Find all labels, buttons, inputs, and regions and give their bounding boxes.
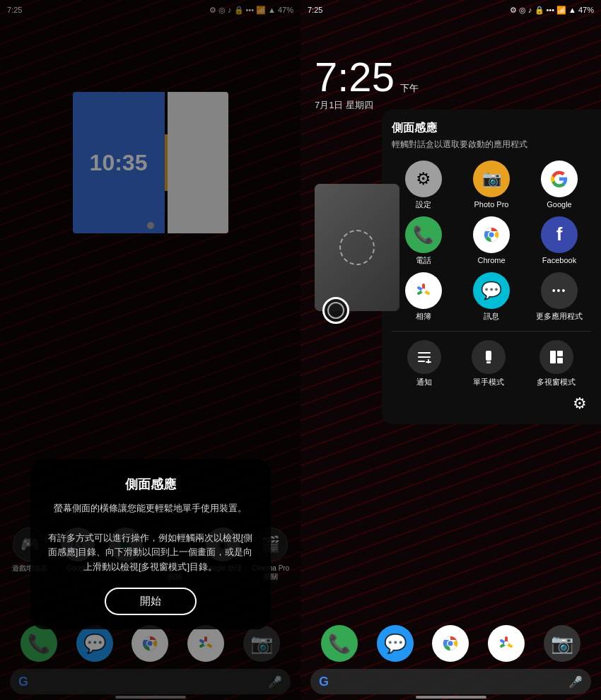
photopro-app-label: Photo Pro <box>474 200 509 209</box>
notification-label: 通知 <box>416 377 432 387</box>
panel-app-facebook[interactable]: f Facebook <box>527 216 591 265</box>
r-lock-icon: 🔒 <box>535 6 544 15</box>
camera-inner-ring <box>327 302 344 319</box>
side-panel-right: 側面感應 輕觸對話盒以選取要啟動的應用程式 ⚙ 設定 📷 Photo Pro <box>382 110 601 424</box>
right-clock-ampm: 下午 <box>400 83 419 93</box>
r-google-g-icon: G <box>319 675 329 689</box>
panel-app-google[interactable]: Google <box>527 161 591 209</box>
svg-rect-8 <box>418 352 431 354</box>
left-screen: 7:25 ⚙ ◎ ♪ 🔒 ••• 📶 ▲ 47% 10:35 🎮 遊戲增強器 <box>0 0 300 700</box>
notification-icon[interactable] <box>407 340 441 374</box>
panel-settings-row: ⚙ <box>392 395 591 413</box>
r-dock-phone[interactable]: 📞 <box>321 625 358 662</box>
tool-multiwindow[interactable]: 多視窗模式 <box>537 340 576 387</box>
panel-app-more[interactable]: ••• 更多應用程式 <box>527 272 591 321</box>
facebook-app-icon[interactable]: f <box>541 216 578 253</box>
settings-app-label: 設定 <box>416 200 431 209</box>
multiwindow-tool-label: 多視窗模式 <box>537 377 576 387</box>
r-signal-icon: ▲ <box>568 6 576 14</box>
photopro-app-icon[interactable]: 📷 <box>473 161 510 197</box>
panel-apps-grid: ⚙ 設定 📷 Photo Pro Google <box>392 161 591 322</box>
camera-preview <box>315 184 399 311</box>
panel-app-chrome[interactable]: Chrome <box>460 216 523 265</box>
svg-point-6 <box>489 232 494 237</box>
svg-point-7 <box>421 288 426 293</box>
r-location-icon: ◎ <box>519 6 526 15</box>
panel-settings-icon[interactable]: ⚙ <box>573 395 587 413</box>
svg-rect-12 <box>426 361 431 363</box>
right-screen: 7:25 ⚙ ◎ ♪ 🔒 ••• 📶 ▲ 47% 7:25 下午 7月1日 星期… <box>300 0 601 700</box>
onehand-label: 單手模式 <box>473 377 504 387</box>
panel-app-photopro[interactable]: 📷 Photo Pro <box>460 161 523 209</box>
multiwindow-tool-icon[interactable] <box>539 340 573 374</box>
more-apps-label: 更多應用程式 <box>536 312 583 321</box>
tool-notification[interactable]: 通知 <box>407 340 441 387</box>
svg-rect-14 <box>486 361 491 363</box>
svg-rect-15 <box>550 351 556 363</box>
r-music-icon: ♪ <box>528 6 532 14</box>
photos-app-icon[interactable] <box>405 272 442 309</box>
r-dock-photos[interactable] <box>488 625 525 662</box>
right-search-bar[interactable]: G 🎤 <box>310 669 591 694</box>
panel-app-phone[interactable]: 📞 電話 <box>392 216 455 265</box>
chrome-app-label: Chrome <box>477 256 505 265</box>
svg-rect-16 <box>557 351 563 356</box>
svg-point-21 <box>504 641 508 646</box>
svg-rect-17 <box>557 358 563 363</box>
messages-app-icon[interactable]: 💬 <box>473 272 510 309</box>
r-dots-icon: ••• <box>547 6 555 14</box>
panel-app-messages[interactable]: 💬 訊息 <box>460 272 523 321</box>
right-panel-title: 側面感應 <box>392 121 591 136</box>
panel-title-left: 側面感應 <box>45 476 257 493</box>
phone-app-icon[interactable]: 📞 <box>405 216 442 253</box>
right-time-display: 7:25 下午 7月1日 星期四 <box>315 57 419 112</box>
right-home-bar <box>416 696 486 699</box>
camera-circle <box>339 230 375 265</box>
r-wifi-icon: 📶 <box>556 6 566 15</box>
messages-app-label: 訊息 <box>484 312 499 321</box>
r-dock-chrome[interactable] <box>432 625 469 662</box>
svg-rect-13 <box>486 351 491 361</box>
right-time: 7:25 <box>308 6 322 14</box>
google-app-label: Google <box>547 200 571 209</box>
right-clock-time: 7:25 <box>315 54 395 100</box>
svg-rect-9 <box>418 356 431 358</box>
side-panel-left: 側面感應 螢幕側面的橫條讓您能更輕鬆地單手使用裝置。 有許多方式可以進行操作，例… <box>30 459 271 629</box>
facebook-app-label: Facebook <box>542 256 576 265</box>
settings-app-icon[interactable]: ⚙ <box>405 161 442 197</box>
panel-app-settings[interactable]: ⚙ 設定 <box>392 161 455 209</box>
r-dock-message[interactable]: 💬 <box>377 625 414 662</box>
more-apps-icon[interactable]: ••• <box>541 272 578 309</box>
google-app-icon[interactable] <box>541 161 578 197</box>
photos-app-label: 相簿 <box>416 312 431 321</box>
right-dock: 📞 💬 📷 <box>300 621 601 666</box>
right-status-left: 7:25 <box>308 6 322 14</box>
start-button[interactable]: 開始 <box>105 588 197 615</box>
right-status-right: ⚙ ◎ ♪ 🔒 ••• 📶 ▲ 47% <box>510 6 594 15</box>
chrome-app-icon[interactable] <box>473 216 510 253</box>
svg-rect-10 <box>418 361 425 362</box>
r-mic-icon[interactable]: 🎤 <box>568 675 583 689</box>
r-settings-icon: ⚙ <box>510 6 517 15</box>
svg-point-20 <box>448 641 453 646</box>
panel-app-photos[interactable]: 相簿 <box>392 272 455 321</box>
r-dock-camera[interactable]: 📷 <box>544 625 580 662</box>
right-panel-subtitle: 輕觸對話盒以選取要啟動的應用程式 <box>392 139 591 151</box>
tool-onehand[interactable]: 單手模式 <box>472 340 506 387</box>
phone-app-label: 電話 <box>416 256 431 265</box>
onehand-icon[interactable] <box>472 340 506 374</box>
camera-shutter-button[interactable] <box>322 297 349 324</box>
right-status-bar: 7:25 ⚙ ◎ ♪ 🔒 ••• 📶 ▲ 47% <box>300 0 601 20</box>
panel-tools-row: 通知 單手模式 多視窗 <box>392 331 591 387</box>
panel-desc-left: 螢幕側面的橫條讓您能更輕鬆地單手使用裝置。 有許多方式可以進行操作，例如輕觸兩次… <box>45 501 257 575</box>
right-battery: 47% <box>578 6 594 14</box>
